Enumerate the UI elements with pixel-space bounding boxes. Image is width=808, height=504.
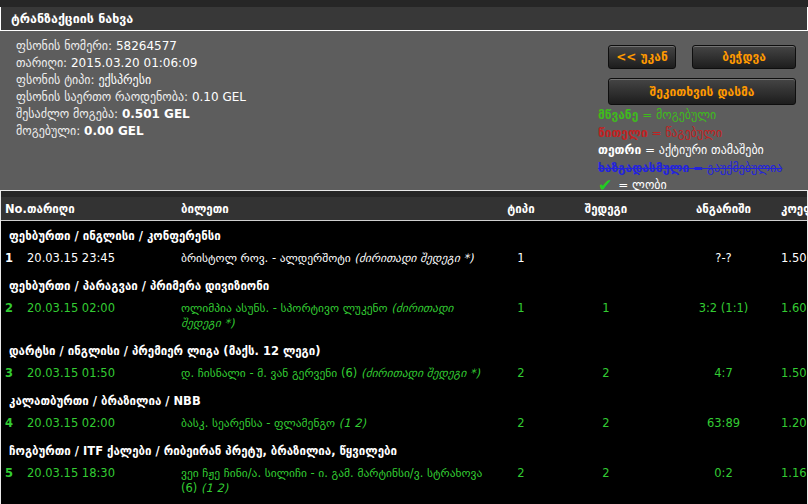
ticket-text: ბასკ. სეარენსა - ფლამენგო <box>181 416 335 430</box>
cell-coef: 1.20 <box>781 416 808 431</box>
cell-coef: 1.16 <box>781 466 808 481</box>
possible-win-value: 0.501 GEL <box>122 107 190 121</box>
cell-score: 0:2 <box>666 466 781 481</box>
bet-amount-line: ფსონის საერთო რაოდენობა: 0.10 GEL <box>16 89 246 106</box>
ticket-text: დ. ჩისნალი - მ. ვან გერვენი (6) <box>181 366 357 380</box>
ticket-text: ოლიმპია ასუნს. - სპორტივო ლუკენო <box>181 301 388 315</box>
cell-no: 3 <box>1 366 27 381</box>
cell-ticket: ვეი ჩჟე ჩინი/ა. სილიჩი - ი. გამ. მარტინს… <box>181 466 496 496</box>
title-bar: ტრანზაქციის ნახვა <box>0 7 808 31</box>
ticket-market-note: (1 2) <box>339 416 366 430</box>
cell-ticket: ოლიმპია ასუნს. - სპორტივო ლუკენო (ძირითა… <box>181 301 496 331</box>
cell-date: 20.03.15 01:50 <box>27 366 181 381</box>
legend-lost: წითელი = წაგებული <box>598 125 782 143</box>
table-row[interactable]: 5 20.03.15 18:30 ვეი ჩჟე ჩინი/ა. სილიჩი … <box>1 461 807 501</box>
bet-number-label: ფსონის ნომერი: <box>16 39 112 53</box>
cell-ticket: ბასკ. სეარენსა - ფლამენგო (1 2) <box>181 416 496 431</box>
table-header-row: No. თარიღი ბილეთი ტიპი შედეგი ანგარიში კ… <box>1 197 807 221</box>
cell-result: 2 <box>546 366 666 381</box>
category-header: კალათბურთი / ბრაზილია / NBB <box>1 386 807 411</box>
action-buttons-row: << უკან ბეჭდვა <box>608 45 796 69</box>
print-button[interactable]: ბეჭდვა <box>692 45 796 69</box>
event-group: დარტსი / ინგლისი / პრემიერ ლიგა (მაქს. 1… <box>1 336 807 386</box>
bet-date-label: თარიღი: <box>16 56 67 70</box>
cell-ticket: ბრისტოლ როვ. - ალდერშოტი (ძირითადი შედეგ… <box>181 251 496 266</box>
legend-cancelled-desc: = გაუქმებულია <box>693 161 782 175</box>
cell-no: 5 <box>1 466 27 481</box>
won-amount-value: 0.00 GEL <box>84 124 143 138</box>
category-header: ფეხბურთი / ინგლისი / კონფერენსი <box>1 221 807 246</box>
cell-type: 1 <box>496 301 546 316</box>
legend-active-term: თეთრი <box>598 143 641 157</box>
cell-coef: 1.60 <box>781 301 808 316</box>
legend-cancelled-term: ხაზგადასმული <box>598 161 689 175</box>
transaction-view-page: ტრანზაქციის ნახვა ფსონის ნომერი: 5826457… <box>0 0 808 504</box>
possible-win-label: შესაძლო მოგება: <box>16 107 118 121</box>
cell-score: 63:89 <box>666 416 781 431</box>
cell-score: ?-? <box>666 251 781 266</box>
top-strip <box>0 0 808 7</box>
cell-type: 1 <box>496 251 546 266</box>
table-row[interactable]: 2 20.03.15 02:00 ოლიმპია ასუნს. - სპორტი… <box>1 296 807 336</box>
won-amount-label: მოგებული: <box>16 124 80 138</box>
cell-date: 20.03.15 02:00 <box>27 301 181 316</box>
bets-table: No. თარიღი ბილეთი ტიპი შედეგი ანგარიში კ… <box>0 190 808 504</box>
legend-active: თეთრი = აქტიური თამაშები <box>598 142 782 160</box>
bet-number-line: ფსონის ნომერი: 58264577 <box>16 38 246 55</box>
cell-no: 4 <box>1 416 27 431</box>
cell-score: 4:7 <box>666 366 781 381</box>
ticket-text: ბრისტოლ როვ. - ალდერშოტი <box>181 251 351 265</box>
cell-date: 20.03.15 23:45 <box>27 251 181 266</box>
bet-type-line: ფსონის ტიპი: ექსპრესი <box>16 72 246 89</box>
page-title: ტრანზაქციის ნახვა <box>11 11 133 26</box>
bet-date-value: 2015.03.20 01:06:09 <box>71 56 197 70</box>
bet-amount-label: ფსონის საერთო რაოდენობა: <box>16 90 188 104</box>
column-header-result: შედეგი <box>546 202 666 216</box>
table-body: ფეხბურთი / ინგლისი / კონფერენსი 1 20.03.… <box>1 221 807 501</box>
column-header-coef: კოეფ. <box>781 202 808 216</box>
category-header: ფეხბურთი / პარაგვაი / პრიმერა დივიზიონი <box>1 271 807 296</box>
event-group: ჩოგბურთი / ITF ქალები / რიბეირან პრეტუ, … <box>1 436 807 501</box>
bet-date-line: თარიღი: 2015.03.20 01:06:09 <box>16 55 246 72</box>
table-row[interactable]: 3 20.03.15 01:50 დ. ჩისნალი - მ. ვან გერ… <box>1 361 807 386</box>
status-legend: მწვანე = მოგებული წითელი = წაგებული თეთრ… <box>598 107 782 195</box>
ticket-market-note: (ძირითადი შედეგი *) <box>361 366 480 380</box>
back-button[interactable]: << უკან <box>608 45 676 69</box>
bet-info-block: ფსონის ნომერი: 58264577 თარიღი: 2015.03.… <box>16 38 246 140</box>
column-header-type: ტიპი <box>496 202 546 216</box>
cell-result: 2 <box>546 416 666 431</box>
legend-cancelled: ხაზგადასმული = გაუქმებულია <box>598 160 782 178</box>
event-group: ფეხბურთი / პარაგვაი / პრიმერა დივიზიონი … <box>1 271 807 336</box>
category-header: ჩოგბურთი / ITF ქალები / რიბეირან პრეტუ, … <box>1 436 807 461</box>
table-row[interactable]: 4 20.03.15 02:00 ბასკ. სეარენსა - ფლამენ… <box>1 411 807 436</box>
cell-type: 2 <box>496 366 546 381</box>
legend-won-term: მწვანე <box>598 108 638 122</box>
column-header-date: თარიღი <box>27 202 181 216</box>
cell-no: 1 <box>1 251 27 266</box>
cell-date: 20.03.15 18:30 <box>27 466 181 481</box>
bet-number-value: 58264577 <box>116 39 177 53</box>
legend-lost-desc: = წაგებული <box>651 126 722 140</box>
category-header: დარტსი / ინგლისი / პრემიერ ლიგა (მაქს. 1… <box>1 336 807 361</box>
cell-type: 2 <box>496 466 546 481</box>
table-row[interactable]: 1 20.03.15 23:45 ბრისტოლ როვ. - ალდერშოტ… <box>1 246 807 271</box>
possible-win-line: შესაძლო მოგება: 0.501 GEL <box>16 106 246 123</box>
cell-type: 2 <box>496 416 546 431</box>
cell-ticket: დ. ჩისნალი - მ. ვან გერვენი (6) (ძირითად… <box>181 366 496 381</box>
ticket-market-note: (ძირითადი შედეგი *) <box>354 251 473 265</box>
legend-won-desc: = მოგებული <box>642 108 716 122</box>
cell-result: 1 <box>546 301 666 316</box>
legend-active-desc: = აქტიური თამაშები <box>645 143 764 157</box>
column-header-ticket: ბილეთი <box>181 202 496 216</box>
cell-no: 2 <box>1 301 27 316</box>
bet-amount-value: 0.10 GEL <box>192 90 246 104</box>
cell-score: 3:2 (1:1) <box>666 301 781 316</box>
action-buttons: << უკან ბეჭდვა შეკითხვის დასმა <box>608 45 796 105</box>
won-amount-line: მოგებული: 0.00 GEL <box>16 123 246 140</box>
column-header-score: ანგარიში <box>666 202 781 216</box>
event-group: კალათბურთი / ბრაზილია / NBB 4 20.03.15 0… <box>1 386 807 436</box>
bet-type-value: ექსპრესი <box>98 73 151 87</box>
column-header-no: No. <box>1 202 27 216</box>
bet-type-label: ფსონის ტიპი: <box>16 73 95 87</box>
ask-question-button[interactable]: შეკითხვის დასმა <box>608 78 796 105</box>
